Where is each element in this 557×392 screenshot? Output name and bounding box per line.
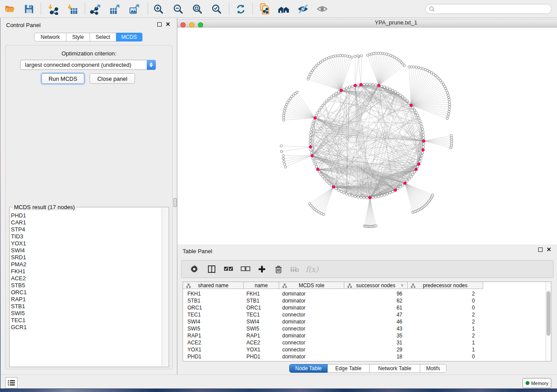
cell-name: FKH1 [246,290,260,297]
cell-predecessor-nodes: 0 [408,353,475,360]
open-file-button[interactable] [2,2,17,16]
save-session-button[interactable] [21,2,37,16]
table-scrollbar-thumb[interactable] [547,291,550,336]
mcds-result-title: MCDS result (17 nodes) [12,204,76,210]
cell-predecessor-nodes: 1 [408,325,475,332]
column-header-shared-name[interactable]: shared name [183,282,244,289]
column-header-name[interactable]: name [244,282,279,289]
mcds-node-item[interactable]: ORC1 [11,289,155,296]
export-table-icon [109,3,121,15]
export-network-button[interactable] [88,2,104,16]
network-graph-canvas[interactable] [177,28,557,244]
import-table-button[interactable] [65,2,80,16]
run-mcds-button[interactable]: Run MCDS [42,73,84,84]
mcds-result-list[interactable]: PHD1CAR1STP4TID3YOX1SWI4SRD1PMA2FKH1ACE2… [11,212,155,331]
column-header-predecessor-nodes[interactable]: predecessor nodes [408,282,483,289]
table-row-YOX1[interactable]: YOX1YOX1connector291 [183,346,546,353]
mcds-node-item[interactable]: RAP1 [11,296,155,303]
mcds-node-item[interactable]: FKH1 [11,268,155,275]
table-settings-button[interactable] [188,261,200,278]
column-header-MCDS-role[interactable]: MCDS role [279,282,344,289]
export-table-button[interactable] [107,2,123,16]
delete-table-button[interactable] [288,261,301,278]
export-image-button[interactable] [127,2,142,16]
home-layout-button[interactable] [276,2,291,16]
cell-successor-nodes: 47 [344,311,402,318]
mcds-node-item[interactable]: TEC1 [11,317,155,324]
copy-network-button[interactable] [256,2,272,16]
toolbar-separator [41,3,41,15]
table-row-TEC1[interactable]: TEC1TEC1connector472 [183,311,546,318]
cell-successor-nodes: 31 [344,339,402,346]
float-panel-icon[interactable] [157,22,162,27]
mcds-node-item[interactable]: SWI5 [11,310,155,317]
vertical-splitter[interactable] [177,18,177,375]
close-table-panel-icon[interactable]: ✕ [547,248,551,252]
table-row-ACE2[interactable]: ACE2ACE2connector311 [183,339,546,346]
cell-predecessor-nodes: 0 [408,297,475,304]
refresh-button[interactable] [233,2,249,16]
cell-shared-name: ACE2 [187,339,201,346]
zoom-out-icon [173,3,184,15]
mcds-node-item[interactable]: TID3 [11,233,155,240]
mcds-node-item[interactable]: ACE2 [11,275,155,282]
search-input[interactable] [425,4,552,14]
mcds-node-item[interactable]: STB1 [11,303,155,310]
tab-node-table[interactable]: Node Table [289,364,328,373]
memory-button[interactable]: Memory [522,378,551,388]
mcds-node-item[interactable]: SRD1 [11,254,155,261]
splitter-grip[interactable] [173,198,177,207]
zoom-out-button[interactable] [170,2,186,16]
mcds-node-item[interactable]: PMA2 [11,261,155,268]
function-builder-button[interactable]: f(x) [304,261,319,278]
select-all-button[interactable] [222,261,235,278]
zoom-fit-button[interactable] [190,2,205,16]
table-row-RAP1[interactable]: RAP1RAP1dominator352 [183,332,546,339]
tab-motifs[interactable]: Motifs [420,364,446,373]
task-history-button[interactable] [5,377,17,389]
show-eye-button[interactable] [314,2,330,16]
mcds-node-item[interactable]: CAR1 [11,219,155,226]
table-row-SWI5[interactable]: SWI5SWI5connector431 [183,325,546,332]
tab-network[interactable]: Network [34,33,66,41]
close-panel-icon[interactable]: ✕ [166,22,170,27]
status-bar: Memory [0,375,557,389]
mcds-node-item[interactable]: YOX1 [11,240,155,247]
tab-edge-table[interactable]: Edge Table [328,364,370,373]
mcds-list-scrollbar[interactable] [162,208,168,366]
node-table: shared namenameMCDS rolesuccessor nodesv… [183,282,551,361]
refresh-icon [235,3,246,15]
optimization-criterion-label: Optimization criterion: [6,50,172,57]
import-network-button[interactable] [45,2,61,16]
zoom-selected-button[interactable] [209,2,225,16]
table-row-FKH1[interactable]: FKH1FKH1dominator962 [183,290,546,297]
cell-mcds-role: dominator [282,318,305,325]
cell-name: SWI4 [246,318,259,325]
zoom-in-button[interactable] [151,2,166,16]
mcds-node-item[interactable]: STP4 [11,226,155,233]
cell-predecessor-nodes: 0 [408,304,475,311]
show-columns-button[interactable] [205,261,218,278]
tab-mcds[interactable]: MCDS [116,33,142,41]
table-row-PHD1[interactable]: PHD1PHD1dominator180 [183,353,546,360]
table-scrollbar[interactable] [546,282,551,361]
tab-style[interactable]: Style [66,33,90,41]
add-column-button[interactable] [256,261,268,278]
table-row-SWI4[interactable]: SWI4SWI4dominator462 [183,318,546,325]
mcds-node-item[interactable]: GCR1 [11,324,155,331]
tab-network-table[interactable]: Network Table [370,364,420,373]
mcds-node-item[interactable]: SWI4 [11,247,155,254]
cell-shared-name: FKH1 [187,290,201,297]
table-row-STB1[interactable]: STB1STB1dominator620 [183,297,546,304]
delete-column-button[interactable] [272,261,284,278]
mcds-node-item[interactable]: PHD1 [11,212,155,219]
column-header-successor-nodes[interactable]: successor nodesv [344,282,408,289]
unselect-all-button[interactable] [239,261,252,278]
float-table-panel-icon[interactable] [538,248,543,252]
close-panel-button[interactable]: Close panel [90,73,135,84]
table-row-ORC1[interactable]: ORC1ORC1dominator610 [183,304,546,311]
criterion-select[interactable]: largest connected component (undirected) [20,60,156,70]
mcds-node-item[interactable]: STB5 [11,282,155,289]
hide-selected-button[interactable] [295,2,311,16]
tab-select[interactable]: Select [90,33,116,41]
